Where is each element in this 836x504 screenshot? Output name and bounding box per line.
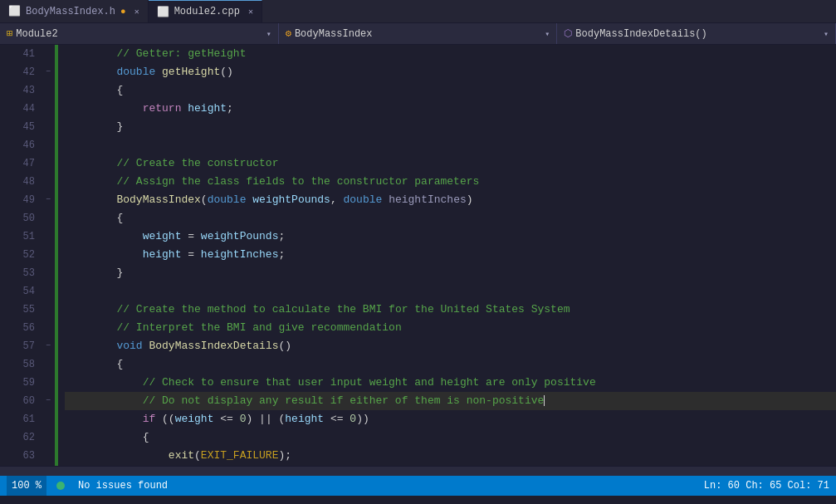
code-line-53: }	[65, 264, 836, 282]
line-num-48: 48	[0, 173, 42, 191]
line-num-45: 45	[0, 118, 42, 136]
nav-method-label: BodyMassIndexDetails()	[575, 28, 706, 40]
code-line-49: BodyMassIndex(double weightPounds, doubl…	[65, 191, 836, 209]
status-ok-icon	[56, 482, 65, 490]
method-icon: ⬡	[564, 27, 572, 40]
status-bar: 100 % No issues found Ln: 60 Ch: 65 Col:…	[0, 476, 836, 496]
line-num-62: 62	[0, 428, 42, 447]
tab-bar: ⬜ BodyMassIndex.h ● ✕ ⬜ Module2.cpp ✕	[0, 0, 836, 23]
line-numbers: 41 42 43 44 45 46 47 48 49 50 51 52 53 5…	[0, 45, 42, 466]
horizontal-scrollbar[interactable]	[0, 466, 836, 476]
code-line-57: void BodyMassIndexDetails()	[65, 337, 836, 355]
cursor-position: Ln: 60 Ch: 65 Col: 71	[704, 480, 829, 492]
nav-scope[interactable]: ⊞ Module2 ▾	[0, 23, 279, 44]
code-line-50: {	[65, 209, 836, 228]
nav-bar: ⊞ Module2 ▾ ⚙ BodyMassIndex ▾ ⬡ BodyMass…	[0, 23, 836, 45]
code-line-46	[65, 136, 836, 154]
tab-close-cpp[interactable]: ✕	[248, 7, 253, 17]
line-num-47: 47	[0, 154, 42, 173]
nav-method-arrow: ▾	[824, 29, 829, 39]
class-icon: ⚙	[286, 27, 291, 40]
code-line-42: double getHeight()	[65, 63, 836, 81]
file-icon: ⬜	[8, 5, 21, 17]
file-icon-cpp: ⬜	[157, 6, 169, 18]
code-line-54	[65, 282, 836, 301]
tab-close-h[interactable]: ✕	[134, 7, 139, 17]
nav-scope-label: Module2	[16, 28, 57, 40]
line-num-50: 50	[0, 209, 42, 228]
code-line-58: {	[65, 355, 836, 374]
nav-scope-arrow: ▾	[266, 29, 271, 39]
line-num-52: 52	[0, 246, 42, 264]
code-line-55: // Create the method to calculate the BM…	[65, 301, 836, 319]
code-line-44: return height;	[65, 100, 836, 118]
nav-class[interactable]: ⚙ BodyMassIndex ▾	[279, 23, 558, 44]
line-num-64: 64	[0, 465, 42, 466]
collapse-42[interactable]: −	[42, 63, 55, 81]
line-num-56: 56	[0, 319, 42, 337]
line-num-60: 60	[0, 392, 42, 410]
tab-label-cpp: Module2.cpp	[174, 6, 240, 17]
line-num-53: 53	[0, 264, 42, 282]
status-right: Ln: 60 Ch: 65 Col: 71	[704, 480, 829, 492]
editor: 41 42 43 44 45 46 47 48 49 50 51 52 53 5…	[0, 45, 836, 466]
line-num-51: 51	[0, 228, 42, 246]
collapse-49[interactable]: −	[42, 191, 55, 209]
code-line-52: height = heightInches;	[65, 246, 836, 264]
code-line-59: // Check to ensure that user input weigh…	[65, 374, 836, 392]
code-area[interactable]: // Getter: getHeight double getHeight() …	[58, 45, 836, 466]
code-line-64: }	[65, 465, 836, 466]
code-line-47: // Create the constructor	[65, 154, 836, 173]
line-num-58: 58	[0, 355, 42, 374]
line-num-55: 55	[0, 301, 42, 319]
line-num-59: 59	[0, 374, 42, 392]
collapse-column: − − − −	[42, 45, 55, 466]
code-line-61: if ((weight <= 0) || (height <= 0))	[65, 410, 836, 428]
nav-class-label: BodyMassIndex	[295, 28, 373, 40]
line-num-44: 44	[0, 100, 42, 118]
modified-dot: ●	[120, 7, 126, 17]
line-num-43: 43	[0, 81, 42, 100]
code-line-48: // Assign the class fields to the constr…	[65, 173, 836, 191]
line-num-57: 57	[0, 337, 42, 355]
tab-bodymassindex-h[interactable]: ⬜ BodyMassIndex.h ● ✕	[0, 0, 149, 22]
code-line-63: exit(EXIT_FAILURE);	[65, 447, 836, 465]
line-num-61: 61	[0, 410, 42, 428]
code-line-45: }	[65, 118, 836, 136]
line-num-46: 46	[0, 136, 42, 154]
line-num-42: 42	[0, 63, 42, 81]
tab-module2-cpp[interactable]: ⬜ Module2.cpp ✕	[149, 0, 262, 22]
code-line-51: weight = weightPounds;	[65, 228, 836, 246]
code-line-56: // Interpret the BMI and give recommenda…	[65, 319, 836, 337]
code-line-62: {	[65, 428, 836, 447]
code-line-60: // Do not display any result if either o…	[65, 392, 836, 410]
code-line-43: {	[65, 81, 836, 100]
status-issues-text: No issues found	[78, 480, 168, 492]
nav-class-arrow: ▾	[545, 29, 550, 39]
line-num-63: 63	[0, 447, 42, 465]
tab-label: BodyMassIndex.h	[26, 6, 115, 17]
code-line-41: // Getter: getHeight	[65, 45, 836, 63]
line-num-54: 54	[0, 282, 42, 301]
line-num-41: 41	[0, 45, 42, 63]
collapse-61[interactable]: −	[42, 392, 55, 410]
zoom-level[interactable]: 100 %	[7, 476, 46, 496]
line-num-49: 49	[0, 191, 42, 209]
nav-method[interactable]: ⬡ BodyMassIndexDetails() ▾	[557, 23, 836, 44]
module-icon: ⊞	[7, 27, 12, 40]
collapse-57[interactable]: −	[42, 337, 55, 355]
